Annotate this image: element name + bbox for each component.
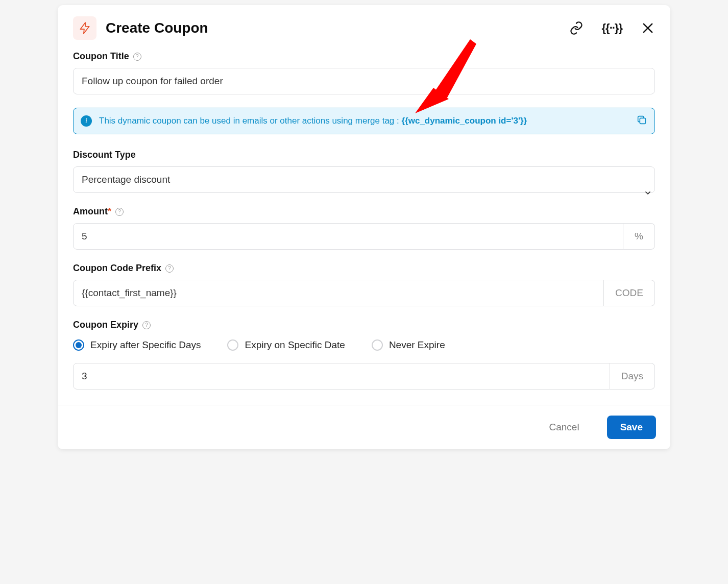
coupon-title-label-text: Coupon Title — [73, 51, 129, 62]
help-icon[interactable]: ? — [142, 321, 151, 329]
info-banner-text: This dynamic coupon can be used in email… — [99, 116, 629, 126]
amount-group: Amount* ? % — [73, 206, 655, 250]
coupon-title-group: Coupon Title ? — [73, 51, 655, 94]
copy-icon[interactable] — [636, 114, 647, 128]
link-icon[interactable] — [569, 21, 584, 35]
merge-tag-icon[interactable]: {{··}} — [602, 21, 622, 35]
save-button[interactable]: Save — [607, 416, 656, 439]
cancel-button[interactable]: Cancel — [536, 416, 592, 439]
radio-label-never: Never Expire — [389, 339, 445, 351]
radio-label-specific-date: Expiry on Specific Date — [245, 339, 345, 351]
info-banner: i This dynamic coupon can be used in ema… — [73, 108, 655, 134]
modal-header: Create Coupon {{··}} — [58, 5, 670, 46]
radio-circle — [227, 339, 238, 351]
amount-input[interactable] — [73, 223, 623, 250]
help-icon[interactable]: ? — [133, 53, 141, 61]
coupon-prefix-label: Coupon Code Prefix ? — [73, 263, 174, 274]
help-icon[interactable]: ? — [115, 208, 124, 216]
coupon-title-input[interactable] — [73, 68, 655, 94]
amount-label-text: Amount — [73, 206, 108, 216]
svg-rect-4 — [640, 118, 645, 124]
discount-type-select[interactable]: Percentage discount — [73, 166, 655, 193]
coupon-expiry-label-text: Coupon Expiry — [73, 320, 138, 330]
coupon-prefix-label-text: Coupon Code Prefix — [73, 263, 161, 274]
create-coupon-modal: Create Coupon {{··}} — [58, 5, 670, 449]
coupon-prefix-group: Coupon Code Prefix ? CODE — [73, 263, 655, 306]
header-right: {{··}} — [569, 21, 655, 35]
coupon-title-label: Coupon Title ? — [73, 51, 141, 62]
coupon-prefix-input[interactable] — [73, 280, 604, 306]
expiry-days-input-group: Days — [73, 363, 655, 390]
discount-type-group: Discount Type Percentage discount — [73, 150, 655, 193]
required-mark: * — [108, 206, 111, 216]
discount-type-select-wrap: Percentage discount — [73, 166, 655, 193]
radio-label-specific-days: Expiry after Specific Days — [90, 339, 201, 351]
coupon-expiry-label: Coupon Expiry ? — [73, 320, 151, 330]
info-banner-prefix: This dynamic coupon can be used in email… — [99, 116, 402, 126]
expiry-radio-row: Expiry after Specific Days Expiry on Spe… — [73, 339, 655, 351]
discount-type-label: Discount Type — [73, 150, 136, 160]
info-banner-merge-tag: {{wc_dynamic_coupon id='3'}} — [402, 116, 527, 126]
radio-expiry-specific-date[interactable]: Expiry on Specific Date — [227, 339, 345, 351]
amount-label: Amount* ? — [73, 206, 124, 217]
help-icon[interactable]: ? — [165, 264, 174, 273]
radio-expiry-specific-days[interactable]: Expiry after Specific Days — [73, 339, 201, 351]
radio-expiry-never[interactable]: Never Expire — [372, 339, 445, 351]
radio-circle-selected — [73, 339, 84, 351]
expiry-days-suffix: Days — [610, 363, 655, 390]
header-left: Create Coupon — [73, 16, 208, 40]
bolt-icon — [73, 16, 96, 40]
coupon-prefix-input-group: CODE — [73, 280, 655, 306]
expiry-days-input[interactable] — [73, 363, 610, 390]
modal-footer: Cancel Save — [58, 405, 670, 449]
close-icon[interactable] — [641, 21, 655, 35]
radio-circle — [372, 339, 383, 351]
modal-title: Create Coupon — [106, 20, 208, 36]
coupon-prefix-suffix: CODE — [604, 280, 655, 306]
amount-suffix: % — [623, 223, 655, 250]
coupon-expiry-group: Coupon Expiry ? Expiry after Specific Da… — [73, 320, 655, 390]
info-icon: i — [81, 115, 92, 127]
modal-body: Coupon Title ? i This dynamic coupon can… — [58, 46, 670, 405]
amount-input-group: % — [73, 223, 655, 250]
